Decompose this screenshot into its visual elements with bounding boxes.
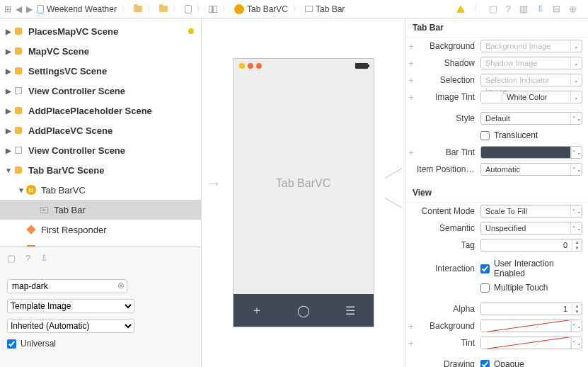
clear-icon[interactable]: ⊗	[117, 281, 125, 290]
bar-tint-color[interactable]: ⌃⌄	[480, 146, 582, 159]
selection-image-select[interactable]: Selection Indicator Image⌄	[480, 74, 582, 86]
label-uie: User Interaction Enabled	[494, 259, 582, 278]
label-contentmode: Content Mode	[417, 206, 480, 216]
folder-icon[interactable]	[159, 6, 168, 12]
label-drawing: Drawing	[417, 359, 480, 367]
label-imagetint: Image Tint	[417, 92, 480, 102]
label-bg2: Background	[417, 321, 480, 331]
section-view: View	[405, 184, 588, 203]
render-as-select[interactable]: Template Image	[7, 299, 134, 313]
label-semantic: Semantic	[417, 223, 480, 233]
label-bartint: Bar Tint	[417, 147, 480, 157]
battery-icon	[355, 63, 368, 69]
tab-item-globe[interactable]: ◯	[280, 294, 327, 327]
help-inspector-icon[interactable]: ?	[506, 4, 511, 14]
tab-item-menu[interactable]: ☰	[327, 294, 374, 327]
connections-inspector-icon[interactable]: ⊕	[569, 4, 577, 14]
inspector-tabs: ▢ ? ▥ ⇩ ⊟ ⊕	[482, 4, 584, 14]
background-image-select[interactable]: Background Image⌄	[480, 40, 582, 52]
device-frame: Tab BarVC ＋ ◯ ☰	[233, 58, 374, 327]
crumb-project[interactable]: Weekend Weather	[37, 4, 117, 14]
label-background: Background	[417, 41, 480, 51]
multiple-touch-checkbox[interactable]	[480, 283, 490, 293]
user-interaction-checkbox[interactable]	[480, 264, 490, 273]
crumb-tabbarvc[interactable]: Tab BarVC	[234, 4, 288, 14]
scene-placesmap[interactable]: ▶PlacesMapVC Scene	[0, 21, 201, 41]
label-multitouch: Multiple Touch	[494, 283, 548, 293]
label-tint: Tint	[417, 338, 480, 348]
tab-item-add[interactable]: ＋	[234, 294, 280, 327]
item-positioning-select[interactable]: Automatic⌃⌄	[480, 163, 582, 176]
entry-arrow-icon: →	[206, 174, 221, 193]
scene-map[interactable]: ▶MapVC Scene	[0, 41, 201, 61]
opaque-checkbox[interactable]	[480, 360, 490, 368]
translucent-checkbox[interactable]	[480, 131, 490, 140]
crumb-tabbar[interactable]: Tab Bar	[305, 4, 345, 14]
label-selection: Selection	[417, 75, 480, 85]
semantic-select[interactable]: Unspecified⌃⌄	[480, 222, 582, 235]
label-alpha: Alpha	[417, 304, 480, 314]
nav-back-icon[interactable]: ◀	[14, 4, 23, 14]
attributes-inspector: Tab Bar +BackgroundBackground Image⌄ +Sh…	[405, 18, 588, 367]
jump-bar: ⊞ ◀ ▶ Weekend Weather 〉 〉 〉 〉 〉 Tab BarV…	[0, 0, 588, 18]
warning-dot-icon	[188, 28, 194, 34]
scene-viewcontroller2[interactable]: ▶View Controller Scene	[0, 140, 201, 160]
attributes-inspector-icon[interactable]: ⇩	[536, 4, 544, 14]
view-tint-color[interactable]: ⌃⌄	[480, 337, 582, 349]
size-inspector-icon[interactable]: ⊟	[553, 4, 560, 14]
label-itempos: Item Positioni...	[417, 164, 480, 174]
warning-icon[interactable]	[456, 5, 465, 13]
doc-icon	[37, 5, 44, 13]
label-tag: Tag	[417, 240, 480, 250]
segue-lines	[385, 178, 405, 199]
scene-addplaceholder[interactable]: ▶AddPlacePlaceholder Scene	[0, 101, 201, 120]
item-first-responder[interactable]: First Responder	[0, 220, 201, 239]
direction-select[interactable]: Inherited (Automatic)	[7, 319, 134, 333]
item-tabbar[interactable]: Tab Bar	[0, 200, 201, 220]
related-items-icon[interactable]: ⊞	[4, 4, 11, 14]
label-translucent: Translucent	[494, 130, 538, 140]
folder-icon[interactable]	[134, 6, 142, 12]
storyboard-icon[interactable]	[209, 6, 217, 13]
universal-checkbox[interactable]	[7, 339, 16, 349]
image-tint-color[interactable]: White Color⌄	[480, 91, 582, 103]
style-select[interactable]: Default⌃⌄	[480, 112, 582, 125]
vc-icon	[234, 4, 244, 14]
alpha-field[interactable]: 1▲▼	[480, 303, 582, 315]
universal-label: Universal	[21, 339, 56, 349]
file-inspector-icon[interactable]: ▢	[489, 4, 497, 14]
vc-placeholder-label: Tab BarVC	[234, 73, 374, 294]
help-inspector-icon[interactable]: ?	[25, 253, 30, 264]
tab-bar-preview[interactable]: ＋ ◯ ☰	[234, 294, 374, 327]
label-style: Style	[417, 113, 480, 123]
view-background-color[interactable]: ⌃⌄	[480, 320, 582, 332]
tabbar-icon	[305, 6, 313, 12]
document-outline: ▶PlacesMapVC Scene ▶MapVC Scene ▶Setting…	[0, 18, 202, 367]
label-interaction: Interaction	[417, 264, 480, 273]
shadow-image-select[interactable]: Shadow Image⌄	[480, 57, 582, 69]
scene-addplace[interactable]: ▶AddPlaceVC Scene	[0, 120, 201, 140]
identity-inspector-icon[interactable]: ▥	[519, 4, 528, 14]
nav-fwd-icon[interactable]: ▶	[25, 4, 34, 14]
canvas[interactable]: → Tab BarVC ＋ ◯ ☰	[202, 18, 405, 367]
tag-field[interactable]: 0▲▼	[480, 239, 582, 252]
content-mode-select[interactable]: Scale To Fill⌃⌄	[480, 205, 582, 218]
section-tabbar: Tab Bar	[405, 18, 588, 38]
label-shadow: Shadow	[417, 58, 480, 68]
file-icon[interactable]	[185, 5, 192, 13]
scene-viewcontroller[interactable]: ▶View Controller Scene	[0, 81, 201, 101]
label-opaque: Opaque	[494, 359, 524, 367]
scene-tabbar[interactable]: ▼Tab BarVC Scene	[0, 160, 201, 180]
attributes-inspector-icon[interactable]: ⇩	[40, 253, 48, 264]
asset-attributes-panel: ▢ ? ⇩ ⊗ Template Image Inherited (Automa…	[0, 247, 201, 367]
asset-name-field[interactable]	[7, 279, 127, 293]
file-inspector-icon[interactable]: ▢	[7, 253, 16, 264]
item-tabbarvc[interactable]: ▼⊟Tab BarVC	[0, 180, 201, 200]
scene-settings[interactable]: ▶SettingsVC Scene	[0, 61, 201, 81]
